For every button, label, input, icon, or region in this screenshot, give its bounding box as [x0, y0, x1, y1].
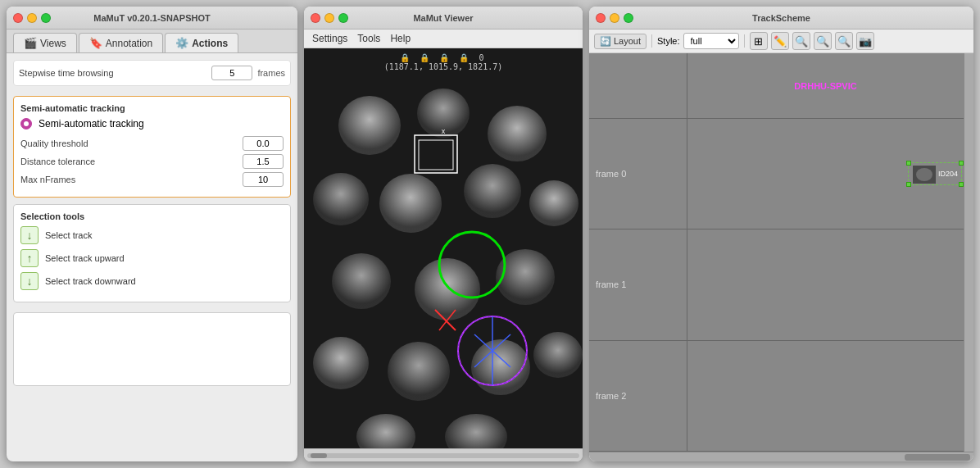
select-downward-label: Select track downward	[45, 276, 136, 286]
edit-icon-btn[interactable]: ✏️	[771, 32, 789, 50]
ts-frame2-row	[687, 341, 964, 452]
viewer-icons-row: 🔒 🔒 🔒 🔒 0	[384, 53, 503, 62]
ts-scrollbar-v[interactable]	[964, 53, 973, 452]
tab-actions[interactable]: ⚙️ Actions	[165, 33, 238, 52]
layout-icon: 🔄	[600, 36, 611, 47]
viewer-info: 🔒 🔒 🔒 🔒 0 (1187.1, 1015.9, 1821.7)	[384, 53, 503, 71]
ts-main-area[interactable]: DRHHU-SPVIC	[687, 53, 964, 452]
svg-text:x: x	[442, 127, 446, 135]
right-window: TrackScheme 🔄 Layout Style: full simple …	[589, 7, 973, 461]
zoom-in-btn[interactable]: 🔍	[814, 32, 832, 50]
menu-settings[interactable]: Settings	[312, 33, 347, 44]
node-thumbnail	[912, 165, 935, 183]
left-title-bar: MaMuT v0.20.1-SNAPSHOT	[7, 7, 297, 30]
quality-input[interactable]	[243, 136, 284, 151]
selection-tools-title: Selection tools	[20, 211, 284, 221]
semi-auto-title: Semi-automatic tracking	[20, 103, 284, 113]
tab-annotation[interactable]: 🔖 Annotation	[79, 33, 163, 52]
ts-track-label: DRHHU-SPVIC	[794, 81, 856, 91]
tab-views-label: Views	[40, 38, 66, 49]
scrollbar-thumb[interactable]	[311, 453, 327, 458]
zoom-fit-btn[interactable]: 🔍	[792, 32, 810, 50]
traffic-lights-middle	[311, 13, 348, 23]
ts-node-frame0[interactable]: ID204	[908, 162, 962, 185]
svg-point-11	[388, 342, 450, 401]
tab-actions-label: Actions	[192, 38, 228, 49]
select-downward-btn[interactable]: ↓ Select track downward	[20, 272, 284, 290]
stepwise-label: Stepwise time browsing	[19, 68, 206, 78]
maximize-button[interactable]	[41, 13, 51, 23]
export-btn[interactable]: 📷	[856, 32, 874, 50]
tracking-toggle-row: Semi-automatic tracking	[20, 118, 284, 129]
ts-ruler-frame2: frame 2	[589, 341, 687, 452]
middle-maximize-button[interactable]	[338, 13, 348, 23]
menu-tools[interactable]: Tools	[357, 33, 380, 44]
left-window: MaMuT v0.20.1-SNAPSHOT 🎬 Views 🔖 Annotat…	[7, 7, 297, 461]
select-track-btn[interactable]: ↓ Select track	[20, 226, 284, 244]
right-title-bar: TrackScheme	[589, 7, 973, 30]
tab-annotation-label: Annotation	[106, 38, 152, 49]
select-track-icon: ↓	[20, 226, 39, 244]
left-tab-bar: 🎬 Views 🔖 Annotation ⚙️ Actions	[7, 30, 297, 53]
viewer-canvas[interactable]: 🔒 🔒 🔒 🔒 0 (1187.1, 1015.9, 1821.7)	[304, 48, 583, 448]
select-track-label: Select track	[45, 230, 92, 240]
viewer-coords: (1187.1, 1015.9, 1821.7)	[384, 62, 503, 71]
maxframes-input[interactable]	[243, 172, 284, 187]
ts-scrollbar-h[interactable]	[589, 452, 973, 461]
right-minimize-button[interactable]	[610, 13, 619, 23]
layout-button[interactable]: 🔄 Layout	[594, 34, 647, 49]
corner-bl	[906, 182, 911, 187]
svg-point-6	[529, 180, 578, 226]
minimize-button[interactable]	[27, 13, 37, 23]
style-select[interactable]: full simple minimal	[683, 33, 739, 49]
select-upward-btn[interactable]: ↑ Select track upward	[20, 249, 284, 267]
stepwise-row: Stepwise time browsing frames	[13, 60, 291, 86]
ts-scroll-thumb-h[interactable]	[905, 454, 970, 461]
left-window-title: MaMuT v0.20.1-SNAPSHOT	[93, 13, 210, 23]
node-thumb-svg	[913, 166, 936, 184]
menu-help[interactable]: Help	[390, 33, 411, 44]
distance-input[interactable]	[243, 154, 284, 169]
corner-br	[959, 182, 964, 187]
style-label: Style:	[657, 36, 680, 46]
corner-tl	[906, 161, 911, 166]
distance-row: Distance tolerance	[20, 154, 284, 169]
middle-window-title: MaMut Viewer	[413, 13, 473, 23]
viewer-menu-bar: Settings Tools Help	[304, 30, 583, 48]
svg-point-10	[313, 337, 369, 389]
annotation-icon: 🔖	[89, 37, 102, 49]
svg-point-12	[471, 339, 530, 395]
maxframes-label: Max nFrames	[20, 175, 238, 184]
semi-auto-toggle-label: Semi-automatic tracking	[39, 118, 144, 129]
corner-tr	[959, 161, 964, 166]
right-close-button[interactable]	[596, 13, 606, 23]
left-panel-content: Stepwise time browsing frames Semi-autom…	[7, 53, 297, 393]
semi-auto-radio[interactable]	[20, 118, 32, 129]
viewer-scrollbar[interactable]	[304, 448, 583, 461]
middle-window: MaMut Viewer Settings Tools Help 🔒 🔒 🔒 🔒…	[304, 7, 583, 461]
select-upward-icon: ↑	[20, 249, 39, 267]
ts-rows: ID204	[687, 119, 964, 452]
maxframes-row: Max nFrames	[20, 172, 284, 187]
grid-icon-btn[interactable]: ⊞	[750, 32, 768, 50]
svg-point-0	[338, 96, 401, 155]
distance-label: Distance tolerance	[20, 157, 238, 166]
right-maximize-button[interactable]	[624, 13, 633, 23]
close-button[interactable]	[13, 13, 23, 23]
select-downward-icon: ↓	[20, 272, 39, 290]
select-upward-label: Select track upward	[45, 253, 125, 263]
tab-views[interactable]: 🎬 Views	[13, 33, 77, 52]
scrollbar-track[interactable]	[307, 453, 579, 458]
views-icon: 🎬	[24, 37, 37, 49]
viewer-svg: x	[304, 48, 583, 448]
middle-close-button[interactable]	[311, 13, 320, 23]
trackscheme-content: frame 0 frame 1 frame 2 DRHHU-SPVIC	[589, 53, 973, 452]
zoom-out-btn[interactable]: 🔍	[835, 32, 853, 50]
stepwise-input[interactable]	[211, 66, 252, 80]
trackscheme-main: frame 0 frame 1 frame 2 DRHHU-SPVIC	[589, 53, 973, 461]
middle-minimize-button[interactable]	[324, 13, 334, 23]
ts-left-ruler: frame 0 frame 1 frame 2	[589, 53, 687, 452]
svg-point-2	[488, 106, 547, 161]
ts-frame0-row: ID204	[687, 119, 964, 229]
svg-point-4	[379, 174, 442, 233]
